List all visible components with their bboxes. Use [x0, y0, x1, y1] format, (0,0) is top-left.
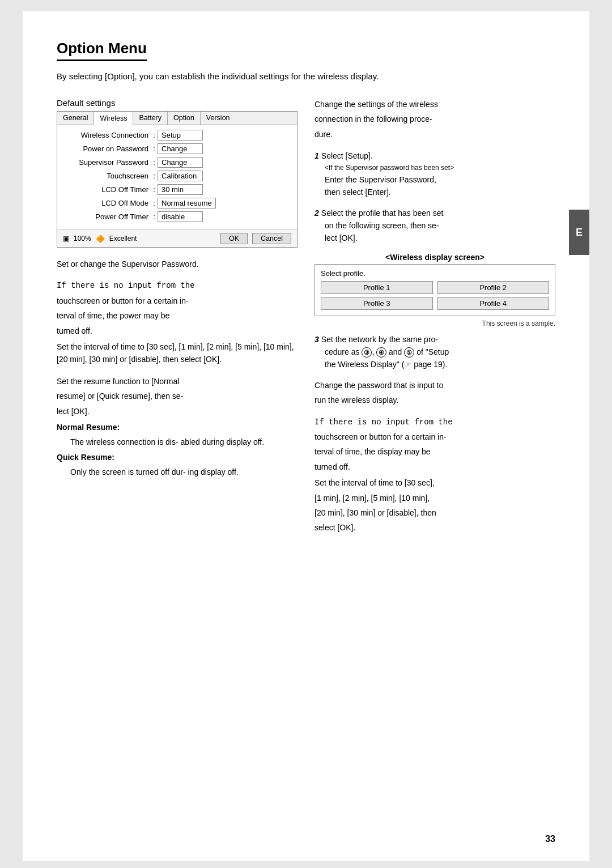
- tab-general[interactable]: General: [57, 112, 94, 125]
- settings-box: General Wireless Battery Option Version …: [57, 111, 298, 248]
- wireless-screen-label: <Wireless display screen>: [314, 253, 555, 262]
- cancel-button[interactable]: Cancel: [252, 233, 291, 244]
- sidebar-letter: E: [569, 210, 589, 255]
- step-3: 3Set the network by the same pro- cedure…: [314, 333, 555, 371]
- supervisor-note: Set or change the Supervisor Password.: [57, 258, 298, 270]
- ok-button[interactable]: OK: [220, 233, 248, 244]
- step3-num: 3: [314, 335, 319, 344]
- default-settings-label: Default settings: [57, 98, 298, 108]
- signal-label: Excellent: [109, 235, 137, 242]
- step2-num: 2: [314, 209, 319, 218]
- profile-box: Select profile. Profile 1 Profile 2 Prof…: [314, 264, 555, 316]
- left-column: Default settings General Wireless Batter…: [57, 98, 298, 543]
- settings-row-power-password: Power on Password : Change: [63, 143, 291, 154]
- settings-row-wireless: Wireless Connection : Setup: [63, 130, 291, 141]
- footer-status: ▣ 100% 🔶 Excellent: [63, 235, 137, 243]
- password-note: Change the password that is input to run…: [314, 379, 555, 407]
- tabs-row: General Wireless Battery Option Version: [57, 112, 297, 125]
- intro-text: By selecting [Option], you can establish…: [57, 71, 555, 81]
- sample-note: This screen is a sample.: [314, 320, 555, 327]
- step-1: 1Select [Setup]. <If the Supervisor pass…: [314, 150, 555, 198]
- tab-version[interactable]: Version: [201, 112, 236, 125]
- step1-num: 1: [314, 151, 319, 160]
- step-2: 2Select the profile that has been set on…: [314, 207, 555, 245]
- resume-note: Set the resume function to [Normal resum…: [57, 375, 298, 479]
- settings-footer: ▣ 100% 🔶 Excellent OK Cancel: [57, 229, 297, 247]
- battery-icon: ▣: [63, 235, 69, 242]
- footer-buttons: OK Cancel: [220, 233, 291, 244]
- step3-circle4: ④: [376, 347, 386, 358]
- profile-1-button[interactable]: Profile 1: [321, 281, 433, 294]
- lcd-off-note-right: If there is no input from the touchscree…: [314, 416, 555, 534]
- profile-2-button[interactable]: Profile 2: [437, 281, 550, 294]
- battery-pct: 100%: [74, 235, 91, 242]
- right-column: Change the settings of the wireless conn…: [314, 98, 555, 543]
- step3-circle5: ⑤: [404, 347, 414, 358]
- tab-option[interactable]: Option: [168, 112, 201, 125]
- tab-wireless[interactable]: Wireless: [94, 112, 133, 125]
- settings-row-touchscreen: Touchscreen : Calibration: [63, 171, 291, 181]
- profile-3-button[interactable]: Profile 3: [321, 297, 433, 310]
- settings-row-power-off-timer: Power Off Timer : disable: [63, 211, 291, 222]
- signal-icon: 🔶: [96, 235, 105, 243]
- step3-circle3: ③: [362, 347, 372, 358]
- settings-row-supervisor-password: Supervisor Password : Change: [63, 157, 291, 168]
- settings-row-lcd-off-timer: LCD Off Timer : 30 min: [63, 184, 291, 195]
- lcd-off-timer-note: If there is no input from the touchscree…: [57, 279, 298, 365]
- page-number: 33: [545, 834, 555, 844]
- wireless-change-note: Change the settings of the wireless conn…: [314, 98, 555, 141]
- select-profile-label: Select profile.: [321, 269, 549, 278]
- settings-row-lcd-off-mode: LCD Off Mode : Normal resume: [63, 198, 291, 209]
- settings-grid: Wireless Connection : Setup Power on Pas…: [57, 125, 297, 229]
- profile-4-button[interactable]: Profile 4: [437, 297, 550, 310]
- page-title: Option Menu: [57, 40, 147, 61]
- main-columns: Default settings General Wireless Batter…: [57, 98, 555, 543]
- profile-grid: Profile 1 Profile 2 Profile 3 Profile 4: [321, 281, 549, 310]
- tab-battery[interactable]: Battery: [133, 112, 168, 125]
